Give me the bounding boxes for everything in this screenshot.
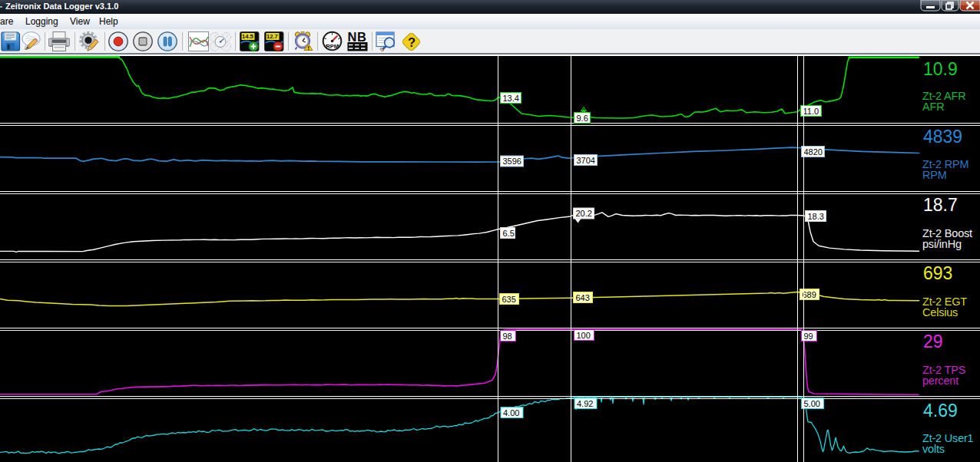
svg-text:3596: 3596 (503, 157, 521, 166)
svg-text:?: ? (408, 35, 416, 49)
svg-text:RPM: RPM (326, 43, 338, 50)
svg-text:99: 99 (804, 332, 813, 341)
svg-text:11.0: 11.0 (803, 107, 819, 116)
svg-text:9.6: 9.6 (577, 114, 588, 123)
svg-text:98: 98 (503, 332, 512, 341)
svg-text:20.2: 20.2 (576, 209, 592, 218)
svg-text:6.5: 6.5 (503, 229, 515, 238)
svg-text:NB: NB (348, 31, 367, 44)
svg-text:643: 643 (576, 293, 590, 302)
svg-text:5.00: 5.00 (804, 399, 820, 408)
svg-text:4.00: 4.00 (503, 408, 519, 417)
svg-text:13.4: 13.4 (503, 94, 519, 103)
svg-text:4.92: 4.92 (577, 399, 593, 408)
svg-text:12.7: 12.7 (267, 33, 278, 40)
svg-text:3704: 3704 (577, 156, 595, 165)
svg-text:4820: 4820 (804, 147, 823, 157)
svg-text:100: 100 (577, 331, 591, 340)
svg-text:18.3: 18.3 (808, 212, 824, 221)
svg-text:635: 635 (502, 295, 516, 304)
svg-text:14.5: 14.5 (242, 33, 254, 40)
